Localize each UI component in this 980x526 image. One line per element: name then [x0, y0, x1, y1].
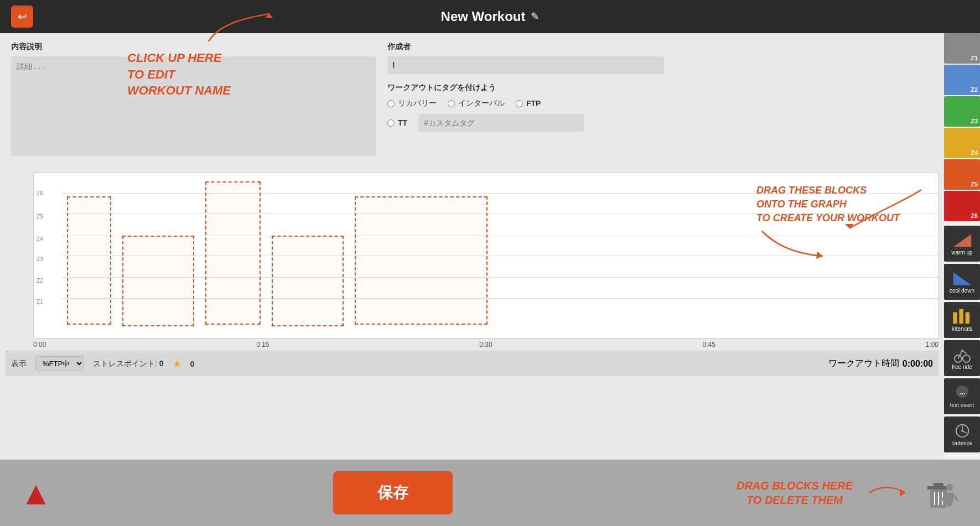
tag-interval-radio[interactable]: [448, 100, 455, 107]
star-icon: ★: [173, 358, 182, 370]
zone-z4-block[interactable]: Z4: [944, 128, 980, 158]
zone-z5-graph-label: Z5: [37, 213, 43, 220]
time-45: 0:45: [702, 341, 715, 348]
zone-sidebar: Z1 Z2 Z3 Z4 Z5 Z6: [944, 33, 980, 460]
textevent-label: text event: [950, 402, 974, 408]
author-input[interactable]: [387, 56, 664, 74]
tag-tt-label: TT: [398, 118, 407, 127]
svg-rect-4: [965, 313, 969, 324]
tag-ftp[interactable]: FTP: [516, 99, 541, 108]
zone-z3-label: Z3: [971, 118, 978, 124]
save-button[interactable]: 保存: [333, 471, 453, 514]
svg-point-13: [961, 430, 963, 432]
svg-rect-3: [959, 309, 963, 324]
cadence-label: cadence: [952, 440, 973, 446]
author-label: 作成者: [387, 42, 664, 52]
svg-text:...: ...: [959, 388, 965, 396]
stress-label-text: ストレスポイント:: [93, 359, 157, 368]
tag-recovery[interactable]: リカバリー: [387, 98, 437, 108]
time-30: 0:30: [479, 341, 492, 348]
up-arrow-icon: ▲: [19, 474, 52, 512]
star-value: 0: [190, 360, 195, 368]
zone-z1-graph-label: Z1: [37, 299, 43, 305]
tags-label: ワークアウトにタグを付けよう: [387, 83, 664, 93]
graph-container[interactable]: Z6 Z5 Z4 Z3 Z2: [33, 173, 938, 338]
main-content: 内容説明 作成者 ワークアウトにタグを付けよう リカバリー: [0, 33, 944, 460]
svg-rect-2: [953, 313, 957, 324]
footer-right: DRAG BLOCKS HERE TO DELETE THEM: [737, 476, 958, 509]
svg-line-26: [955, 496, 958, 501]
zone-color-blocks: Z1 Z2 Z3 Z4 Z5 Z6: [944, 33, 980, 221]
description-label: 内容説明: [11, 42, 376, 52]
delete-annotation: DRAG BLOCKS HERE TO DELETE THEM: [737, 478, 853, 507]
cadence-icon: [951, 423, 973, 439]
author-tags-panel: 作成者 ワークアウトにタグを付けよう リカバリー インターバル: [387, 42, 664, 158]
tag-interval[interactable]: インターバル: [448, 98, 505, 108]
cooldown-icon: [952, 270, 972, 287]
zone-z6-graph-label: Z6: [37, 190, 43, 196]
delete-arrow: [864, 479, 908, 507]
textevent-block[interactable]: ... text event: [944, 378, 980, 414]
zone-z6-line: Z6: [61, 193, 938, 194]
svg-point-24: [946, 484, 953, 491]
tag-ftp-label: FTP: [526, 99, 541, 108]
workout-title: New Workout: [441, 9, 526, 24]
workout-block-5[interactable]: [355, 196, 488, 325]
tags-row-2: TT: [387, 114, 664, 132]
time-60: 1:00: [926, 341, 938, 348]
zone-z5-line: Z5: [61, 213, 938, 213]
up-arrow-button[interactable]: ▲: [22, 473, 50, 512]
workout-block-1[interactable]: [67, 196, 111, 325]
zone-z5-block[interactable]: Z5: [944, 159, 980, 190]
tag-tt[interactable]: TT: [387, 118, 407, 127]
display-label: 表示: [11, 359, 27, 369]
svg-marker-15: [845, 224, 854, 228]
intervals-icon: [951, 308, 973, 325]
svg-point-6: [962, 355, 969, 362]
custom-tag-input[interactable]: [418, 114, 584, 132]
stress-value: 0: [159, 359, 164, 368]
workout-block-2[interactable]: [122, 236, 194, 326]
zone-z1-label: Z1: [971, 55, 978, 61]
workout-time-value: 0:00:00: [903, 359, 933, 369]
time-axis: 0:00 0:15 0:30 0:45 1:00: [6, 338, 938, 351]
tag-ftp-radio[interactable]: [516, 100, 523, 107]
zone-z1-block[interactable]: Z1: [944, 33, 980, 64]
warmup-icon: [952, 232, 972, 248]
workout-block-3[interactable]: [205, 181, 261, 325]
tag-recovery-label: リカバリー: [398, 98, 437, 108]
svg-marker-1: [953, 272, 971, 285]
zone-z5-label: Z5: [971, 181, 978, 188]
zone-z4-label: Z4: [971, 149, 978, 156]
cadence-block[interactable]: cadence: [944, 416, 980, 452]
workout-block-4[interactable]: [272, 236, 344, 326]
zone-z3-block[interactable]: Z3: [944, 96, 980, 127]
intervals-block[interactable]: intervals: [944, 302, 980, 338]
trash-area[interactable]: [919, 476, 958, 509]
tags-row-1: リカバリー インターバル FTP: [387, 98, 664, 108]
action-blocks: warm up cool down: [944, 226, 980, 452]
time-15: 0:15: [256, 341, 269, 348]
back-button[interactable]: ↩: [11, 6, 33, 28]
tag-tt-radio[interactable]: [387, 119, 395, 127]
tag-recovery-radio[interactable]: [387, 100, 395, 107]
time-0: 0:00: [33, 341, 46, 348]
warmup-block[interactable]: warm up: [944, 226, 980, 262]
header: ↩ New Workout ✎: [0, 0, 980, 33]
graph-section: Z6 Z5 Z4 Z3 Z2: [0, 167, 944, 460]
edit-title-icon[interactable]: ✎: [531, 11, 539, 23]
description-input[interactable]: [11, 56, 376, 156]
header-title-area: New Workout ✎: [441, 9, 540, 24]
svg-point-7: [961, 350, 963, 352]
cooldown-block[interactable]: cool down: [944, 264, 980, 300]
ftp-select[interactable]: %FTP中: [35, 356, 84, 371]
description-panel: 内容説明: [11, 42, 376, 158]
zone-z6-block[interactable]: Z6: [944, 191, 980, 221]
tag-interval-label: インターバル: [458, 98, 505, 108]
zone-z2-block[interactable]: Z2: [944, 65, 980, 95]
top-form: 内容説明 作成者 ワークアウトにタグを付けよう リカバリー: [0, 33, 944, 167]
freeride-block[interactable]: free ride: [944, 340, 980, 376]
workout-time-label: ワークアウト時間: [828, 358, 899, 369]
stress-label: ストレスポイント: 0: [93, 359, 164, 369]
zone-z2-graph-label: Z2: [37, 278, 43, 284]
